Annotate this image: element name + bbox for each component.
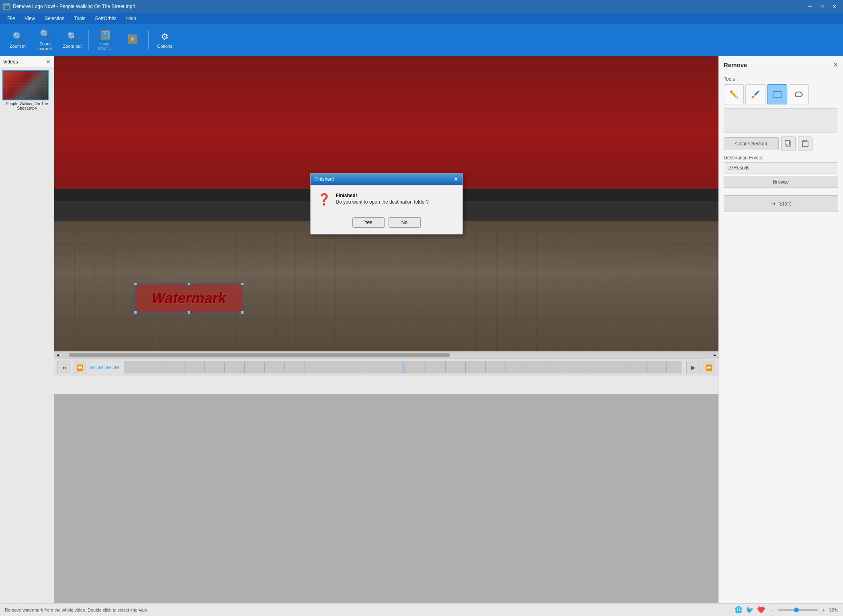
- dialog-close-button[interactable]: ✕: [454, 176, 458, 182]
- start-label: Start: [779, 200, 791, 207]
- image-download-button[interactable]: 🖼️ Image downl...: [92, 27, 118, 53]
- yes-button[interactable]: Yes: [352, 217, 385, 228]
- status-bar: Remove watermark from the whole video. D…: [0, 603, 843, 616]
- heart-icon[interactable]: ❤️: [757, 606, 765, 614]
- app-icon: 🎬: [3, 3, 10, 10]
- zoom-in-icon: 🔍: [12, 32, 23, 42]
- timeline-controls: ⏮ ⏪ 00:00:00.00 ▶ ⏩: [54, 359, 718, 376]
- title-bar: 🎬 Remove Logo Now! - People Walking On T…: [0, 0, 843, 13]
- tools-row: ✏️ 🖌️: [724, 84, 838, 104]
- zoom-increase-button[interactable]: +: [820, 606, 828, 614]
- rect-tool-button[interactable]: [767, 84, 787, 104]
- dialog-body: ❓ Finished! Do you want to open the dest…: [311, 185, 462, 214]
- clear-selection-button[interactable]: Clear selection: [724, 137, 779, 150]
- start-button[interactable]: ➜ Start: [724, 195, 838, 212]
- zoom-in-label: Zoom in: [10, 44, 26, 49]
- video-thumbnail[interactable]: People Walking On The Street.mp4: [2, 70, 51, 110]
- content-area: Watermark Finished! ✕ ❓: [54, 56, 718, 603]
- globe-icon[interactable]: 🌐: [735, 606, 743, 614]
- timeline-right-buttons: ▶ ⏩: [686, 361, 715, 374]
- zoom-out-label: Zoom out: [63, 44, 82, 49]
- scroll-thumb[interactable]: [69, 353, 450, 357]
- dialog-buttons: Yes No: [311, 214, 462, 234]
- play-button[interactable]: ▶: [686, 361, 700, 374]
- thumbnail-image: [2, 70, 49, 100]
- sidebar: Videos ✕ People Walking On The Street.mp…: [0, 56, 54, 603]
- destination-folder-label: Destination Folder: [724, 155, 838, 161]
- image-download-label: Image downl...: [92, 42, 118, 51]
- paste-icon: [802, 140, 809, 147]
- options-button[interactable]: ⚙ Options: [152, 27, 178, 53]
- rewind-start-button[interactable]: ⏮: [57, 361, 71, 374]
- svg-rect-0: [773, 92, 781, 97]
- toolbar-separator-2: [148, 30, 149, 50]
- close-button[interactable]: ✕: [829, 2, 840, 11]
- tools-label: Tools: [724, 76, 838, 82]
- paste-button[interactable]: [798, 137, 812, 151]
- step-back-button[interactable]: ⏪: [73, 361, 86, 374]
- scroll-left-button[interactable]: ◀: [54, 351, 61, 359]
- zoom-in-button[interactable]: 🔍 Zoom in: [5, 27, 31, 53]
- pencil-tool-button[interactable]: ✏️: [724, 84, 744, 104]
- zoom-slider-thumb[interactable]: [794, 608, 799, 612]
- panel-close-button[interactable]: ✕: [833, 61, 838, 69]
- lasso-tool-button[interactable]: [789, 84, 809, 104]
- menu-bar: File View Selection Tools SoftOrbits Hel…: [0, 13, 843, 24]
- menu-selection[interactable]: Selection: [41, 14, 68, 23]
- sidebar-header: Videos ✕: [0, 56, 54, 68]
- toolbar-separator: [88, 30, 89, 50]
- menu-file[interactable]: File: [3, 14, 19, 23]
- copy-icon: [785, 140, 792, 147]
- menu-tools[interactable]: Tools: [70, 14, 90, 23]
- scroll-track[interactable]: [69, 353, 704, 357]
- main-layout: Videos ✕ People Walking On The Street.mp…: [0, 56, 843, 603]
- fast-forward-button[interactable]: ⏩: [702, 361, 715, 374]
- zoom-percent: 60%: [829, 608, 838, 612]
- brush-tool-button[interactable]: 🖌️: [745, 84, 765, 104]
- video-download-button[interactable]: ▶️: [119, 27, 145, 53]
- video-download-icon: ▶️: [127, 34, 138, 45]
- tools-section: Tools ✏️ 🖌️: [724, 76, 838, 104]
- panel-header: Remove ✕: [724, 61, 838, 72]
- zoom-controls: − + 60%: [768, 606, 838, 614]
- right-panel: Remove ✕ Tools ✏️ 🖌️ Clear selection: [718, 56, 843, 603]
- no-button[interactable]: No: [389, 217, 421, 228]
- image-download-icon: 🖼️: [100, 30, 110, 40]
- svg-point-1: [795, 92, 802, 97]
- toolbar: 🔍 Zoom in 🔍 Zoom normal 🔍 Zoom out 🖼️ Im…: [0, 24, 843, 56]
- start-arrow-icon: ➜: [771, 200, 776, 207]
- scroll-right-button[interactable]: ▶: [711, 351, 718, 359]
- destination-folder-input[interactable]: [724, 162, 838, 173]
- sidebar-title: Videos: [3, 59, 18, 65]
- destination-folder-section: Destination Folder Browse: [724, 155, 838, 188]
- status-icons: 🌐 🐦 ❤️: [735, 606, 765, 614]
- copy-button[interactable]: [781, 137, 796, 151]
- dialog-heading: Finished!: [336, 193, 429, 198]
- options-icon: ⚙: [161, 32, 169, 42]
- browse-button[interactable]: Browse: [724, 176, 838, 188]
- restore-button[interactable]: □: [816, 2, 828, 11]
- modal-overlay: Finished! ✕ ❓ Finished! Do you want to o…: [54, 56, 718, 351]
- zoom-decrease-button[interactable]: −: [768, 606, 776, 614]
- timeline-area: ⏮ ⏪ 00:00:00.00 ▶ ⏩: [54, 359, 718, 394]
- zoom-normal-button[interactable]: 🔍 Zoom normal: [32, 27, 58, 53]
- menu-view[interactable]: View: [20, 14, 39, 23]
- time-display: 00:00:00.00: [90, 365, 119, 370]
- sidebar-close-button[interactable]: ✕: [46, 59, 51, 65]
- lasso-icon: [794, 90, 804, 99]
- menu-help[interactable]: Help: [122, 14, 140, 23]
- window-controls: ─ □ ✕: [804, 2, 840, 11]
- dialog-content: Finished! Do you want to open the destin…: [336, 193, 429, 205]
- zoom-slider[interactable]: [778, 609, 818, 611]
- zoom-out-button[interactable]: 🔍 Zoom out: [59, 27, 85, 53]
- video-frame: Watermark Finished! ✕ ❓: [54, 56, 718, 351]
- window-title: Remove Logo Now! - People Walking On The…: [13, 4, 135, 9]
- twitter-icon[interactable]: 🐦: [746, 606, 754, 614]
- horizontal-scrollbar[interactable]: ◀ ▶: [54, 351, 718, 359]
- menu-softorbits[interactable]: SoftOrbits: [91, 14, 121, 23]
- timeline-track[interactable]: [124, 361, 681, 373]
- status-right: 🌐 🐦 ❤️ − + 60%: [735, 606, 838, 614]
- zoom-normal-label: Zoom normal: [32, 41, 58, 51]
- zoom-out-icon: 🔍: [67, 32, 78, 42]
- minimize-button[interactable]: ─: [804, 2, 816, 11]
